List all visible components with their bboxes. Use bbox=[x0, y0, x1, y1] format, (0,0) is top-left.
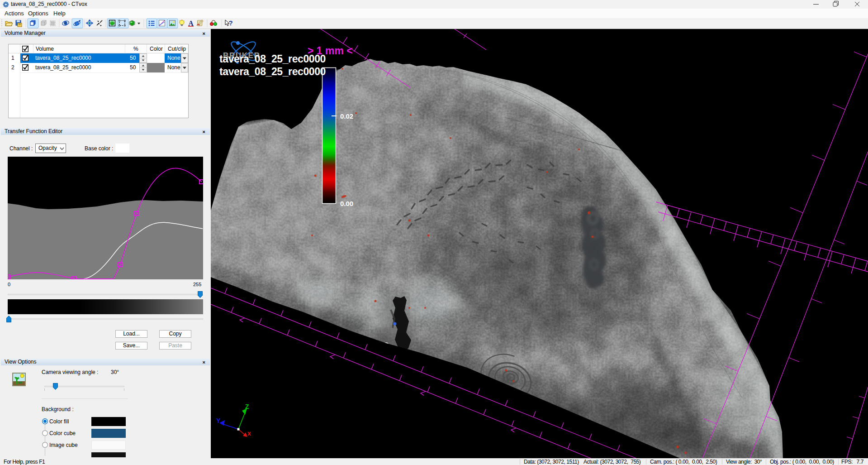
svg-text:A: A bbox=[188, 19, 194, 27]
svg-text:x: x bbox=[247, 430, 251, 437]
svg-text:0.00: 0.00 bbox=[340, 200, 353, 207]
svg-text:Y: Y bbox=[216, 417, 221, 424]
svg-text:0.02: 0.02 bbox=[340, 112, 353, 120]
svg-text:Z: Z bbox=[245, 403, 249, 410]
svg-text:?: ? bbox=[228, 19, 232, 27]
svg-text:tavera_08_25_rec0000: tavera_08_25_rec0000 bbox=[219, 53, 326, 65]
svg-text:tavera_08_25_rec0000: tavera_08_25_rec0000 bbox=[219, 66, 326, 77]
